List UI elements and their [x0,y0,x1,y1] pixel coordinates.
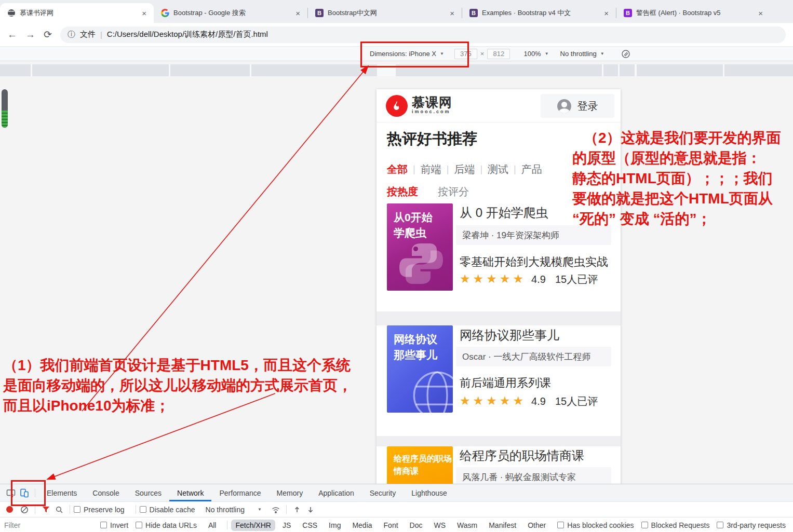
device-toolbar-toggle-icon[interactable] [18,487,31,499]
browser-tab-2[interactable]: Bootstrap - Google 搜索 × [154,3,307,23]
browser-tab-1[interactable]: 慕课书评网 × [0,3,154,23]
category-product[interactable]: 产品 [521,162,542,176]
viewport-height-input[interactable] [487,49,510,59]
throttling-select[interactable]: No throttling ▼ [560,50,604,58]
checkbox-icon[interactable] [557,522,564,528]
checkbox-icon[interactable] [136,522,142,528]
login-button[interactable]: 登录 [541,94,614,118]
filter-chip-manifest[interactable]: Manifest [485,520,520,531]
clear-icon[interactable] [18,503,31,516]
network-conditions-icon[interactable] [269,503,283,516]
zoom-select[interactable]: 100% ▼ [523,50,548,58]
close-icon[interactable]: × [602,9,611,17]
imooc-logo-icon[interactable] [386,95,408,117]
sort-bar: 按热度 按评分 [387,185,469,199]
brand-text: 慕课网 imooc.com [412,96,452,114]
tab-title: Bootstrap - Google 搜索 [173,8,289,18]
address-bar[interactable]: ⓘ 文件 | C:/Users/dell/Desktop/训练素材/原型/首页.… [60,26,786,43]
filter-chip-media[interactable]: Media [348,520,376,531]
devtools-tab-elements[interactable]: Elements [39,484,85,501]
filter-chip-css[interactable]: CSS [298,520,321,531]
search-icon[interactable] [52,503,66,516]
card-gap [377,436,621,446]
category-test[interactable]: 测试 [488,162,508,176]
filter-input[interactable] [4,521,100,529]
divider: | [480,164,482,175]
chevron-down-icon: ▼ [545,51,549,56]
brand-domain: imooc.com [412,109,452,114]
invert-checkbox[interactable]: Invert [100,521,128,529]
category-backend[interactable]: 后端 [454,162,475,176]
sort-by-score[interactable]: 按评分 [438,185,469,199]
site-header: 慕课网 imooc.com 登录 [377,89,621,122]
book-cover[interactable]: 从0开始学爬虫 [387,203,453,291]
devtools-tab-application[interactable]: Application [311,484,362,501]
book-title[interactable]: 网络协议那些事儿 [460,327,559,344]
forward-icon[interactable]: → [25,30,35,39]
browser-tab-4[interactable]: B Examples · Bootstrap v4 中文 × [462,3,616,23]
close-icon[interactable]: × [756,9,765,17]
book-rating: ★★★★★ 4.9 15人已评 [460,272,598,287]
devtools-tab-sources[interactable]: Sources [127,484,169,501]
filter-chip-js[interactable]: JS [278,520,295,531]
book-cover[interactable]: 给程序员的职场情商课 [387,446,453,484]
devtools-tab-console[interactable]: Console [85,484,127,501]
filter-chip-wasm[interactable]: Wasm [453,520,481,531]
back-icon[interactable]: ← [7,30,17,39]
filter-icon[interactable] [39,503,52,516]
inspect-element-icon[interactable] [4,487,18,499]
sort-by-hot[interactable]: 按热度 [387,185,418,199]
category-frontend[interactable]: 前端 [421,162,441,176]
browser-tab-3[interactable]: B Bootstrap中文网 × [308,3,462,23]
rotate-device-icon[interactable] [619,48,633,60]
filter-chip-ws[interactable]: WS [429,520,450,531]
hide-data-urls-checkbox[interactable]: Hide data URLs [136,521,197,529]
filter-chip-all[interactable]: All [204,520,221,531]
device-ruler [0,64,793,76]
filter-chip-fetch-xhr[interactable]: Fetch/XHR [231,520,275,531]
filter-chip-img[interactable]: Img [325,520,345,531]
browser-tab-5[interactable]: B 警告框 (Alert) · Bootstrap v5 × [616,3,770,23]
book-title[interactable]: 给程序员的职场情商课 [460,447,584,464]
book-author: Oscar · 一线大厂高级软件工程师 [456,347,611,366]
tab-title: Bootstrap中文网 [328,8,443,18]
reload-icon[interactable]: ⟳ [44,30,52,39]
record-icon[interactable] [6,506,13,513]
viewport-width-input[interactable] [454,49,477,59]
third-party-requests-checkbox[interactable]: 3rd-party requests [717,521,786,529]
has-blocked-cookies-checkbox[interactable]: Has blocked cookies [557,521,634,529]
close-icon[interactable]: × [140,9,149,17]
network-filter-bar: Invert Hide data URLs All Fetch/XHR JS C… [0,517,793,532]
filter-chip-doc[interactable]: Doc [406,520,427,531]
chevron-down-icon: ▼ [258,507,262,512]
blocked-requests-checkbox[interactable]: Blocked Requests [641,521,710,529]
close-icon[interactable]: × [448,9,456,17]
python-icon [396,239,446,289]
checkbox-icon[interactable] [140,506,146,513]
book-title[interactable]: 从 0 开始学爬虫 [460,204,548,221]
book-cover[interactable]: 网络协议那些事儿 [387,325,453,413]
tab-title: 慕课书评网 [20,8,136,18]
preserve-log-checkbox[interactable]: Preserve log [74,506,125,514]
network-throttling-select[interactable]: No throttling ▼ [206,506,262,514]
checkbox-icon[interactable] [100,522,107,528]
devtools-tab-memory[interactable]: Memory [269,484,311,501]
checkbox-icon[interactable] [74,506,80,513]
category-all[interactable]: 全部 [387,162,408,176]
checkbox-icon[interactable] [641,522,648,528]
page-info-icon[interactable]: ⓘ [68,30,75,39]
devtools-tab-lighthouse[interactable]: Lighthouse [404,484,455,501]
checkbox-icon[interactable] [717,522,723,528]
close-icon[interactable]: × [293,9,302,17]
browser-navbar: ← → ⟳ ⓘ 文件 | C:/Users/dell/Desktop/训练素材/… [0,23,793,47]
divider: | [447,164,449,175]
import-har-icon[interactable] [290,503,304,516]
export-har-icon[interactable] [304,503,317,516]
devtools-tab-security[interactable]: Security [362,484,404,501]
devtools-tab-performance[interactable]: Performance [211,484,268,501]
devtools-tab-network[interactable]: Network [169,484,211,501]
filter-chip-other[interactable]: Other [523,520,550,531]
filter-chip-font[interactable]: Font [380,520,402,531]
device-dimensions-select[interactable]: Dimensions: iPhone X ▼ [370,50,444,58]
disable-cache-checkbox[interactable]: Disable cache [140,506,195,514]
